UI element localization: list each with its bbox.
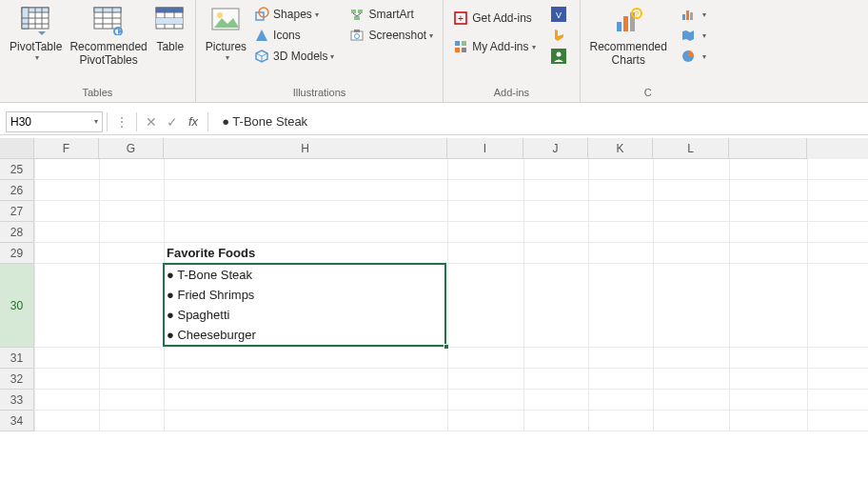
cancel-formula-button[interactable]: ✕	[141, 111, 162, 132]
col-head-L[interactable]: L	[653, 138, 729, 159]
separator	[107, 112, 108, 131]
my-addins-button[interactable]: My Add-ins ▾	[449, 32, 539, 61]
chart-type-2-button[interactable]: ▾	[677, 25, 710, 46]
svg-rect-32	[354, 30, 360, 32]
row-head-27[interactable]: 27	[0, 201, 34, 222]
chart-type-3-button[interactable]: ▾	[677, 46, 710, 67]
col-head-K[interactable]: K	[588, 138, 653, 159]
svg-point-42	[556, 52, 561, 57]
row-head-34[interactable]: 34	[0, 411, 34, 431]
dropdown-arrow-icon: ▾	[315, 10, 319, 19]
cell-H29[interactable]: Favorite Foods	[164, 243, 447, 264]
col-head-G[interactable]: G	[99, 138, 164, 159]
dropdown-arrow-icon: ▾	[35, 53, 39, 63]
shapes-label: Shapes	[273, 8, 312, 21]
screenshot-icon	[349, 28, 365, 43]
ribbon-group-label-illustrations: Illustrations	[293, 84, 346, 102]
row-head-26[interactable]: 26	[0, 180, 34, 201]
name-box-dropdown-icon[interactable]: ▾	[94, 117, 98, 126]
dropdown-arrow-icon: ▾	[702, 52, 706, 61]
visio-addin-button[interactable]: V	[547, 4, 574, 25]
shapes-button[interactable]: Shapes ▾	[250, 4, 338, 25]
pictures-button[interactable]: Pictures ▾	[202, 2, 250, 65]
recommended-pivot-icon	[93, 6, 124, 36]
name-box[interactable]: H30 ▾	[6, 111, 103, 132]
dropdown-arrow-icon: ▾	[429, 31, 433, 40]
recommended-charts-label: Recommended Charts	[590, 40, 667, 68]
svg-text:+: +	[458, 13, 464, 24]
icons-button[interactable]: Icons	[250, 25, 338, 46]
col-head-H[interactable]: H	[164, 138, 447, 159]
row-head-31[interactable]: 31	[0, 348, 34, 369]
svg-rect-20	[156, 18, 183, 24]
recommended-charts-button[interactable]: ? Recommended Charts	[586, 2, 671, 70]
ribbon: PivotTable ▾ Recommended PivotTables Tab…	[0, 0, 868, 103]
3d-models-label: 3D Models	[273, 50, 327, 63]
people-addin-button[interactable]	[547, 46, 574, 67]
icons-icon	[254, 28, 269, 43]
ribbon-group-charts: ? Recommended Charts ▾ ▾ ▾ C	[581, 0, 716, 102]
smartart-label: SmartArt	[368, 8, 413, 21]
people-icon	[551, 49, 566, 64]
pictures-label: Pictures	[206, 40, 247, 53]
ribbon-group-label-addins: Add-ins	[494, 84, 529, 102]
screenshot-button[interactable]: Screenshot ▾	[345, 25, 437, 46]
table-label: Table	[156, 40, 184, 53]
chart-type-1-button[interactable]: ▾	[677, 4, 710, 25]
separator	[207, 112, 208, 131]
svg-rect-50	[690, 12, 693, 20]
name-box-value: H30	[10, 115, 31, 129]
pivot-table-button[interactable]: PivotTable ▾	[6, 2, 66, 65]
bing-addin-button[interactable]	[547, 25, 574, 46]
recommended-pivot-label: Recommended PivotTables	[69, 40, 147, 68]
col-head-I[interactable]: I	[447, 138, 523, 159]
col-head-x[interactable]	[729, 138, 807, 159]
fill-handle[interactable]	[444, 344, 449, 350]
svg-rect-43	[617, 22, 621, 31]
row-head-32[interactable]: 32	[0, 369, 34, 390]
3d-models-button[interactable]: 3D Models ▾	[250, 46, 338, 67]
row-head-28[interactable]: 28	[0, 222, 34, 243]
dropdown-arrow-icon: ▾	[702, 31, 706, 40]
smartart-icon	[349, 7, 365, 22]
dropdown-arrow-icon: ▾	[330, 52, 334, 61]
row-headers: 25262728293031323334	[0, 159, 34, 431]
table-button[interactable]: Table	[151, 2, 189, 55]
svg-line-29	[357, 13, 361, 16]
row-head-33[interactable]: 33	[0, 390, 34, 411]
svg-rect-36	[462, 41, 466, 46]
cells-area[interactable]: Favorite Foods● T-Bone Steak ● Fried Shr…	[34, 159, 868, 431]
screenshot-label: Screenshot	[368, 29, 426, 42]
fx-icon[interactable]: fx	[188, 114, 198, 129]
pivot-table-label: PivotTable	[10, 40, 62, 53]
smartart-button[interactable]: SmartArt	[345, 4, 437, 25]
svg-rect-26	[358, 10, 363, 13]
get-addins-button[interactable]: + Get Add-ins	[449, 4, 539, 32]
row-head-29[interactable]: 29	[0, 243, 34, 264]
pivot-table-icon	[21, 6, 51, 36]
svg-rect-8	[94, 8, 121, 12]
recommended-charts-icon: ?	[613, 6, 643, 36]
row-head-30[interactable]: 30	[0, 264, 34, 348]
shapes-icon	[254, 7, 269, 22]
enter-formula-button[interactable]: ✓	[162, 111, 183, 132]
map-chart-icon	[681, 28, 696, 43]
cell-H30[interactable]: ● T-Bone Steak ● Fried Shrimps ● Spaghet…	[164, 264, 447, 348]
col-head-J[interactable]: J	[523, 138, 588, 159]
svg-rect-48	[682, 14, 685, 20]
svg-rect-44	[623, 16, 628, 31]
svg-point-22	[217, 12, 223, 18]
visio-icon: V	[551, 7, 566, 22]
separator	[136, 112, 137, 131]
svg-text:?: ?	[635, 10, 640, 18]
select-all-corner[interactable]	[0, 138, 34, 159]
spreadsheet-grid: FGHIJKL 25262728293031323334 Favorite Fo…	[0, 138, 868, 481]
ribbon-group-addins: + Get Add-ins My Add-ins ▾ V Add-ins	[444, 0, 580, 102]
formula-input[interactable]: ● T-Bone Steak	[212, 114, 862, 129]
row-head-25[interactable]: 25	[0, 159, 34, 180]
col-head-F[interactable]: F	[34, 138, 99, 159]
svg-rect-27	[354, 16, 360, 20]
3d-models-icon	[254, 49, 269, 64]
icons-label: Icons	[273, 29, 301, 42]
recommended-pivot-button[interactable]: Recommended PivotTables	[66, 2, 150, 70]
